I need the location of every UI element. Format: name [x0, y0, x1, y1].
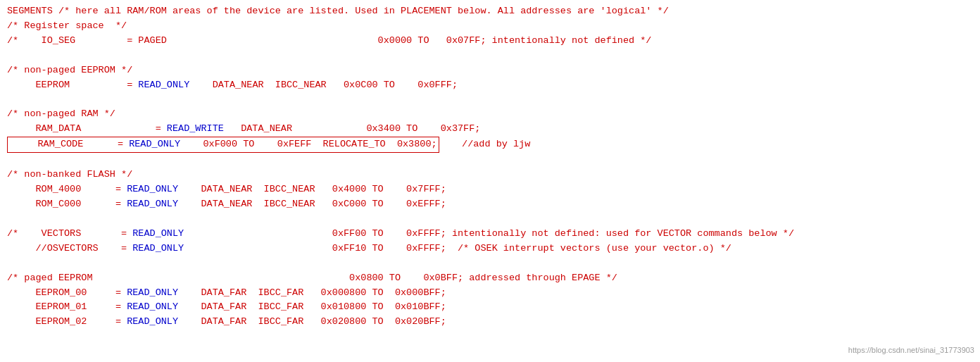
code-token: /* Register space */ [7, 20, 127, 31]
code-token: /* paged EEPROM 0x0800 TO 0x0BFF; addres… [7, 273, 617, 283]
code-token: ROM_C000 = [7, 199, 127, 209]
code-token: DATA_NEAR IBCC_NEAR 0x4000 TO 0x7FFF; [178, 184, 446, 194]
code-token: READ_ONLY [127, 301, 178, 312]
code-token: /* non-paged RAM */ [7, 108, 115, 119]
code-token: DATA_FAR IBCC_FAR 0x010800 TO 0x010BFF; [178, 301, 446, 312]
code-line: RAM_DATA = READ_WRITE DATA_NEAR 0x3400 T… [7, 122, 973, 137]
code-token: READ_ONLY [127, 184, 178, 194]
code-line [7, 93, 973, 108]
code-token: READ_ONLY [132, 228, 184, 239]
watermark: https://blog.csdn.net/sinai_31773903 [848, 344, 974, 356]
code-token: READ_ONLY [129, 139, 180, 149]
code-line: EEPROM_02 = READ_ONLY DATA_FAR IBCC_FAR … [7, 315, 973, 330]
code-token: DATA_NEAR 0x3400 TO 0x37FF; [224, 123, 481, 134]
code-token: /* VECTORS = [7, 228, 132, 239]
code-token: 0xFF00 TO 0xFFFF; intentionally not defi… [184, 228, 794, 239]
code-token: DATA_NEAR IBCC_NEAR 0xC000 TO 0xEFFF; [178, 199, 446, 209]
code-token: EEPROM_01 = [7, 301, 127, 312]
code-token: EEPROM_02 = [7, 316, 127, 327]
code-comment: //add by ljw [439, 139, 531, 149]
code-token: SEGMENTS [7, 6, 58, 16]
code-line: /* VECTORS = READ_ONLY 0xFF00 TO 0xFFFF;… [7, 227, 973, 242]
code-line: //OSVECTORS = READ_ONLY 0xFF10 TO 0xFFFF… [7, 242, 973, 256]
code-line: EEPROM_01 = READ_ONLY DATA_FAR IBCC_FAR … [7, 300, 973, 315]
code-token: EEPROM_00 = [7, 287, 127, 298]
code-line: SEGMENTS /* here all RAM/ROM areas of th… [7, 4, 973, 19]
code-token: //OSVECTORS = [7, 243, 132, 254]
code-line [7, 256, 973, 271]
code-token: READ_ONLY [132, 243, 184, 254]
code-token: READ_ONLY [127, 316, 178, 327]
code-token: 0xFF10 TO 0xFFFF; /* OSEK interrupt vect… [184, 243, 731, 254]
code-container: SEGMENTS /* here all RAM/ROM areas of th… [7, 4, 973, 330]
code-line: ROM_C000 = READ_ONLY DATA_NEAR IBCC_NEAR… [7, 197, 973, 212]
code-token: ROM_4000 = [7, 184, 127, 194]
code-line: EEPROM = READ_ONLY DATA_NEAR IBCC_NEAR 0… [7, 78, 973, 93]
code-token: DATA_FAR IBCC_FAR 0x020800 TO 0x020BFF; [178, 316, 446, 327]
code-token: /* non-paged EEPROM */ [7, 65, 132, 75]
code-token: 0xF000 TO 0xFEFF RELOCATE_TO 0x3800; [180, 139, 437, 149]
code-line: /* non-paged EEPROM */ [7, 63, 973, 78]
code-line: /* non-paged RAM */ [7, 107, 973, 122]
code-line: EEPROM_00 = READ_ONLY DATA_FAR IBCC_FAR … [7, 286, 973, 301]
code-token: READ_ONLY [138, 80, 189, 90]
code-token: /* non-banked FLASH */ [7, 169, 132, 180]
code-line [7, 212, 973, 227]
code-token: /* IO_SEG = PAGED 0x0000 TO 0x07FF; inte… [7, 35, 651, 46]
code-token: READ_ONLY [127, 287, 178, 298]
code-token: RAM_CODE = [9, 139, 129, 149]
code-line [7, 49, 973, 63]
code-token: RAM_DATA = [7, 123, 167, 134]
code-line: /* Register space */ [7, 19, 973, 34]
code-line: /* IO_SEG = PAGED 0x0000 TO 0x07FF; inte… [7, 34, 973, 49]
code-line: /* paged EEPROM 0x0800 TO 0x0BFF; addres… [7, 271, 973, 286]
code-line [7, 153, 973, 168]
code-line: /* non-banked FLASH */ [7, 168, 973, 182]
code-token: DATA_NEAR IBCC_NEAR 0x0C00 TO 0x0FFF; [189, 80, 458, 90]
code-token: READ_ONLY [127, 199, 178, 209]
code-token: DATA_FAR IBCC_FAR 0x000800 TO 0x000BFF; [178, 287, 446, 298]
code-token: /* here all RAM/ROM areas of the device … [58, 6, 669, 16]
code-token: EEPROM = [7, 80, 138, 90]
code-line: ROM_4000 = READ_ONLY DATA_NEAR IBCC_NEAR… [7, 182, 973, 197]
code-token: READ_WRITE [167, 123, 224, 134]
code-line: RAM_CODE = READ_ONLY 0xF000 TO 0xFEFF RE… [7, 137, 973, 153]
